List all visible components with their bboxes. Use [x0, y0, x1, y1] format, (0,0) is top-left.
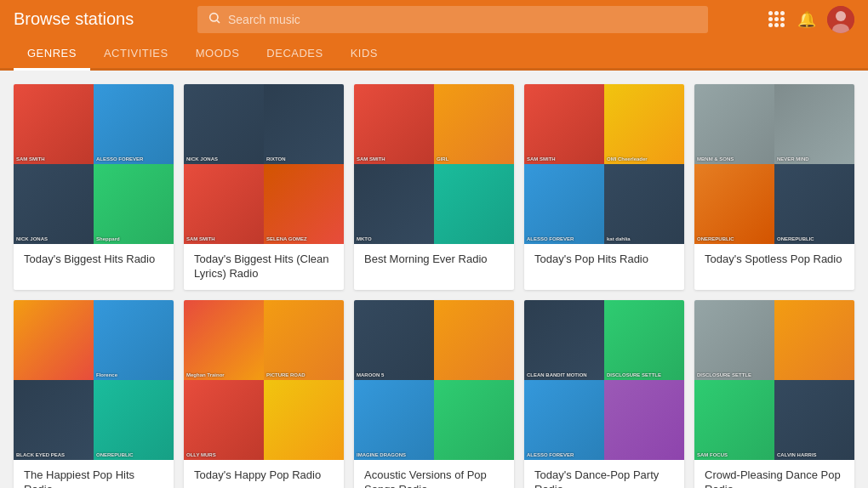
tab-activities[interactable]: ACTIVITIES: [90, 38, 182, 71]
album-cell: ALESSO FOREVER: [524, 164, 604, 244]
album-cell: [14, 300, 94, 380]
album-cell: [434, 164, 514, 244]
album-cell: [264, 380, 344, 460]
album-cell: Florence: [94, 300, 174, 380]
album-art-grid: SAM SMITHOMI CheerleaderALESSO FOREVERka…: [524, 84, 684, 244]
album-label: SAM SMITH: [186, 236, 215, 242]
album-cell: SELENA GOMEZ: [264, 164, 344, 244]
album-placeholder: [604, 164, 684, 244]
album-cell: CALVIN HARRIS: [774, 380, 854, 460]
avatar-image: [827, 6, 854, 33]
album-art-grid: Meghan TrainorPICTURE ROADOLLY MURS: [184, 300, 344, 460]
album-art-grid: MAROON 5IMAGINE DRAGONS: [354, 300, 514, 460]
album-placeholder: [264, 84, 344, 164]
album-label: SAM SMITH: [357, 156, 385, 162]
album-placeholder: [94, 300, 174, 380]
album-placeholder: [14, 84, 94, 164]
album-label: ALESSO FOREVER: [527, 236, 574, 242]
album-placeholder: [524, 84, 604, 164]
grid-menu-button[interactable]: [766, 9, 786, 30]
album-placeholder: [604, 300, 684, 380]
station-name: Today's Biggest Hits (Clean Lyrics) Radi…: [194, 253, 334, 281]
search-input[interactable]: [228, 13, 698, 26]
album-cell: MAROON 5: [354, 300, 434, 380]
album-placeholder: [94, 380, 174, 460]
album-placeholder: [694, 164, 774, 244]
station-name: Today's Biggest Hits Radio: [24, 253, 163, 267]
station-card[interactable]: MBNM & SONSNEVER MINDONEREPUBLICONEREPUB…: [694, 84, 854, 290]
notifications-button[interactable]: 🔔: [797, 9, 817, 30]
station-card[interactable]: SAM SMITHOMI CheerleaderALESSO FOREVERka…: [524, 84, 684, 290]
station-info: Today's Spotless Pop Radio: [694, 244, 854, 275]
album-placeholder: [694, 84, 774, 164]
station-name: Today's Pop Hits Radio: [534, 253, 674, 267]
album-cell: SAM SMITH: [524, 84, 604, 164]
avatar[interactable]: [827, 6, 854, 33]
album-art-grid: SAM SMITHALESSO FOREVERNICK JONASSheppar…: [14, 84, 174, 244]
station-name: Acoustic Versions of Pop Songs Radio: [364, 468, 504, 488]
album-label: IMAGINE DRAGONS: [357, 452, 406, 458]
station-name: Today's Happy Pop Radio: [194, 468, 334, 483]
station-name: Today's Spotless Pop Radio: [705, 253, 844, 267]
album-label: BLACK EYED PEAS: [16, 452, 65, 458]
album-label: MAROON 5: [357, 372, 384, 378]
album-cell: SAM FOCUS: [694, 380, 774, 460]
station-card[interactable]: NICK JONASRIXTONSAM SMITHSELENA GOMEZTod…: [184, 84, 344, 290]
app-header: Browse stations 🔔: [0, 0, 868, 38]
album-cell: NICK JONAS: [184, 84, 264, 164]
album-placeholder: [354, 300, 434, 380]
album-placeholder: [264, 300, 344, 380]
station-card[interactable]: SAM SMITHGIRLMKTOBest Morning Ever Radio: [354, 84, 514, 290]
tab-kids[interactable]: KIDS: [337, 38, 391, 71]
album-art-grid: NICK JONASRIXTONSAM SMITHSELENA GOMEZ: [184, 84, 344, 244]
album-label: NICK JONAS: [186, 156, 218, 162]
album-placeholder: [434, 380, 514, 460]
tab-genres[interactable]: GENRES: [14, 38, 90, 71]
station-grid: SAM SMITHALESSO FOREVERNICK JONASSheppar…: [14, 84, 854, 488]
station-name: Best Morning Ever Radio: [364, 253, 504, 267]
album-placeholder: [94, 164, 174, 244]
album-placeholder: [434, 300, 514, 380]
tab-decades[interactable]: DECADES: [253, 38, 336, 71]
grid-dots-icon: [768, 11, 785, 27]
album-label: NEVER MIND: [777, 156, 809, 162]
station-card[interactable]: DISCLOSURE SETTLESAM FOCUSCALVIN HARRISC…: [694, 300, 854, 488]
album-cell: Meghan Trainor: [184, 300, 264, 380]
station-card[interactable]: MAROON 5IMAGINE DRAGONSAcoustic Versions…: [354, 300, 514, 488]
album-cell: ALESSO FOREVER: [524, 380, 604, 460]
album-label: NICK JONAS: [16, 236, 48, 242]
album-placeholder: [694, 380, 774, 460]
station-card[interactable]: SAM SMITHALESSO FOREVERNICK JONASSheppar…: [14, 84, 174, 290]
station-card[interactable]: CLEAN BANDIT MOTIONDISCLOSURE SETTLEALES…: [524, 300, 684, 488]
album-cell: CLEAN BANDIT MOTION: [524, 300, 604, 380]
search-bar[interactable]: [197, 6, 708, 33]
album-label: DISCLOSURE SETTLE: [607, 372, 661, 378]
station-card[interactable]: FlorenceBLACK EYED PEASONEREPUBLICThe Ha…: [14, 300, 174, 488]
album-cell: OMI Cheerleader: [604, 84, 684, 164]
album-label: RIXTON: [266, 156, 286, 162]
album-placeholder: [94, 84, 174, 164]
station-name: Crowd-Pleasing Dance Pop Radio: [705, 468, 844, 488]
station-info: Today's Pop Hits Radio: [524, 244, 684, 275]
album-cell: [774, 300, 854, 380]
station-info: Today's Happy Pop Radio: [184, 460, 344, 488]
station-card[interactable]: Meghan TrainorPICTURE ROADOLLY MURSToday…: [184, 300, 344, 488]
album-art-grid: CLEAN BANDIT MOTIONDISCLOSURE SETTLEALES…: [524, 300, 684, 460]
station-name: Today's Dance-Pop Party Radio: [534, 468, 674, 488]
album-label: ALESSO FOREVER: [96, 156, 143, 162]
album-cell: PICTURE ROAD: [264, 300, 344, 380]
album-placeholder: [604, 84, 684, 164]
album-cell: ONEREPUBLIC: [694, 164, 774, 244]
album-placeholder: [694, 300, 774, 380]
album-label: SAM SMITH: [527, 156, 556, 162]
album-cell: IMAGINE DRAGONS: [354, 380, 434, 460]
album-label: Sheppard: [96, 236, 120, 242]
album-placeholder: [434, 164, 514, 244]
album-placeholder: [354, 84, 434, 164]
album-label: SELENA GOMEZ: [266, 236, 307, 242]
album-cell: [604, 380, 684, 460]
album-placeholder: [264, 164, 344, 244]
album-label: MKTO: [357, 236, 372, 242]
tab-moods[interactable]: MOODS: [182, 38, 254, 71]
album-label: SAM SMITH: [16, 156, 45, 162]
